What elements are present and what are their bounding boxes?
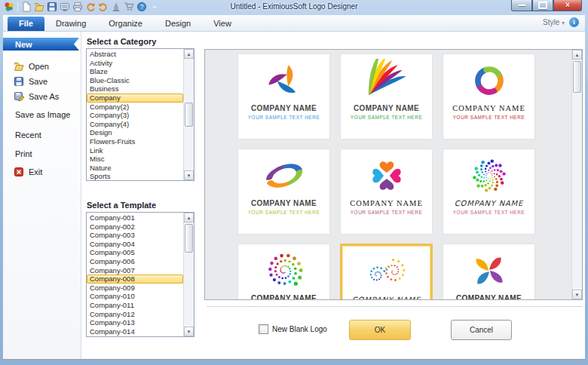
logo-tile[interactable]: COMPANY NAMEYOUR SAMPLE TEXT HERE [443,244,535,299]
checkbox-label: New Blank Logo [272,325,327,333]
close-button[interactable]: × [553,0,582,11]
logo-tile[interactable]: COMPANY NAMEYOUR SAMPLE TEXT HERE [340,149,433,235]
template-scrollbar[interactable]: ▲▼ [183,213,194,336]
tab-organize[interactable]: Organize [97,17,154,31]
file-menu-item-save-as[interactable]: Save As [3,90,81,103]
minimize-button[interactable] [511,0,532,11]
app-window: ? Untitled - EximiousSoft Logo Designer … [0,0,588,365]
category-item[interactable]: Sports [87,172,183,180]
tab-view[interactable]: View [202,17,243,31]
title-bar: ? Untitled - EximiousSoft Logo Designer … [0,0,588,15]
tab-file[interactable]: File [8,17,44,31]
scrollbar-track[interactable] [184,59,194,170]
template-item[interactable]: Company-012 [87,310,183,319]
ok-button[interactable]: OK [349,320,411,340]
save-icon [14,76,25,87]
template-item[interactable]: Company-007 [87,266,183,275]
file-menu-item-exit[interactable]: Exit [3,166,81,178]
category-item[interactable]: Company(4) [87,120,183,129]
style-dropdown[interactable]: Style ▾ [543,18,565,26]
tile-company-name: COMPANY NAME [341,104,432,112]
file-menu-item-recent[interactable]: Recent [3,129,81,141]
wing-logo-graphic [360,59,413,103]
logo-tile[interactable]: COMPANY NAMEYOUR SAMPLE TEXT HERE [340,54,433,140]
scrollbar-thumb[interactable] [185,103,193,127]
template-item[interactable]: Company-013 [87,318,183,327]
tab-design[interactable]: Design [154,17,202,31]
category-item[interactable]: Blue-Classic [87,76,183,85]
template-item[interactable]: Company-002 [87,222,183,232]
template-item[interactable]: Company-010 [87,292,183,301]
category-listbox: AbstractActivityBlazeBlue-ClassicBusines… [86,48,194,181]
category-item[interactable]: Link [87,146,183,155]
tile-tagline: YOUR SAMPLE TEXT HERE [341,115,432,120]
category-item[interactable]: Misc [87,155,183,164]
tab-drawing[interactable]: Drawing [44,17,97,31]
chevron-down-icon: ▾ [562,20,565,26]
template-item[interactable]: Company-006 [87,257,183,266]
maximize-button[interactable] [532,0,553,11]
category-scrollbar[interactable]: ▲▼ [183,49,194,180]
file-menu-item-label: Save as Image [15,110,70,119]
category-item[interactable]: Design [87,128,183,137]
scrollbar-track[interactable] [184,222,194,327]
logo-tile[interactable]: COMPANY NAMEYOUR SAMPLE TEXT HERE [237,244,330,299]
template-item[interactable]: Company-009 [87,284,183,293]
file-menu-item-label: Save [29,77,47,86]
tile-tagline: YOUR SAMPLE TEXT HERE [238,115,329,120]
file-menu-item-new[interactable]: New [3,38,79,51]
cancel-button[interactable]: Cancel [451,320,512,340]
tile-tagline: YOUR SAMPLE TEXT HERE [443,210,534,215]
category-item[interactable]: Company [87,94,183,103]
scrollbar-down-icon[interactable]: ▼ [184,170,194,180]
info-icon[interactable]: i [569,17,579,27]
logo-tile[interactable]: COMPANY NAMEYOUR SAMPLE TEXT HERE [237,54,330,140]
checkbox-box[interactable] [259,324,268,334]
template-item[interactable]: Company-008 [87,275,183,284]
new-blank-logo-checkbox[interactable]: New Blank Logo [259,324,327,334]
scrollbar-up-icon[interactable]: ▲ [184,49,194,59]
file-menu-item-label: Exit [29,167,42,176]
tile-company-name: COMPANY NAME [238,104,329,112]
category-item[interactable]: Activity [87,59,183,68]
category-item[interactable]: Business [87,84,183,94]
file-menu-item-label: Recent [15,130,41,140]
scrollbar-down-icon[interactable]: ▼ [572,290,582,299]
scrollbar-track[interactable] [572,60,582,290]
logo-tile[interactable]: COMPANY NAMEYOUR SAMPLE TEXT HERE [443,149,535,235]
category-item[interactable]: Blaze [87,67,183,76]
template-preview-panel: COMPANY NAMEYOUR SAMPLE TEXT HERECOMPANY… [204,49,583,300]
template-item[interactable]: Company-004 [87,240,183,249]
category-item[interactable]: Company(3) [87,111,183,120]
save-as-icon [14,91,25,102]
tile-company-name: COMPANY NAME [443,294,534,299]
logo-tile[interactable]: COMPANY NAMEYOUR SAMPLE TEXT HERE [443,54,535,140]
template-item[interactable]: Company-001 [87,213,183,222]
tile-tagline: YOUR SAMPLE TEXT HERE [238,210,329,215]
template-item[interactable]: Company-014 [87,327,183,336]
category-item[interactable]: Company(2) [87,103,183,112]
file-menu-item-print[interactable]: Print [3,148,81,160]
scrollbar-thumb[interactable] [573,61,581,93]
logo-tile-selected[interactable]: COMPANY NAMEYOUR SAMPLE TEXT HERE [340,244,433,299]
tile-company-name: COMPANY NAME [238,294,329,299]
template-item[interactable]: Company-011 [87,301,183,310]
tile-company-name: COMPANY NAME [341,199,432,207]
scrollbar-thumb[interactable] [185,224,193,253]
scrollbar-down-icon[interactable]: ▼ [184,327,194,336]
preview-scrollbar[interactable]: ▲▼ [571,50,582,299]
file-menu-item-save[interactable]: Save [3,75,81,87]
category-item[interactable]: Nature [87,164,183,173]
category-item[interactable]: Abstract [87,50,183,59]
file-menu-item-open[interactable]: Open [3,60,81,72]
scrollbar-up-icon[interactable]: ▲ [184,213,194,222]
file-menu-item-save-as-image[interactable]: Save as Image [3,109,81,121]
template-item[interactable]: Company-015 [87,336,183,336]
open-icon [14,61,25,72]
category-item[interactable]: Flowers-Fruits [87,137,183,146]
selection-panel: Select a Category AbstractActivityBlazeB… [81,32,200,359]
scrollbar-up-icon[interactable]: ▲ [572,50,582,60]
template-item[interactable]: Company-003 [87,231,183,240]
logo-tile[interactable]: COMPANY NAMEYOUR SAMPLE TEXT HERE [237,149,330,235]
template-item[interactable]: Company-005 [87,248,183,257]
